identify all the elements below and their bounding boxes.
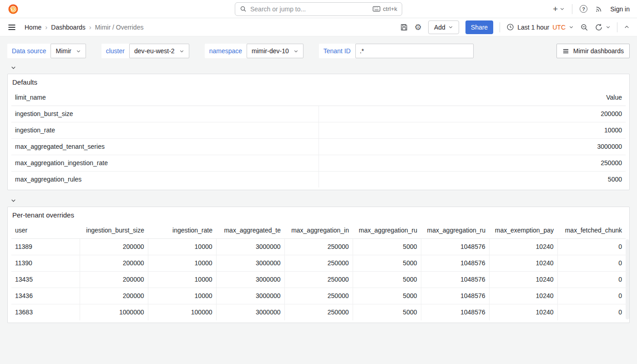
time-range-picker[interactable]: Last 1 hour UTC (506, 23, 574, 31)
share-button[interactable]: Share (465, 20, 493, 34)
column-header[interactable]: max_exemption_pay (489, 222, 557, 238)
table-cell: 13683 (11, 304, 80, 320)
row-collapse-toggle[interactable] (0, 62, 637, 73)
dashboard-variables-row: Data source Mimir cluster dev-eu-west-2 … (0, 36, 637, 58)
menu-toggle-icon[interactable] (7, 23, 16, 32)
breadcrumb-home[interactable]: Home (25, 24, 41, 31)
table-cell: 1000000 (80, 304, 148, 320)
overrides-table: useringestion_burst_sizeingestion_ratema… (11, 222, 626, 320)
dashboard-toolbar: Home › Dashboards › Mimir / Overrides ⚙ … (0, 18, 637, 36)
breadcrumb: Home › Dashboards › Mimir / Overrides (25, 23, 143, 31)
collapse-toolbar-icon[interactable] (624, 24, 630, 30)
table-cell: 0 (557, 304, 626, 320)
column-header[interactable]: ingestion_rate (148, 222, 216, 238)
table-cell: 10000 (148, 288, 216, 304)
data-source-select[interactable]: Mimir (51, 44, 86, 58)
sign-in-link[interactable]: Sign in (610, 5, 630, 13)
breadcrumb-dashboards[interactable]: Dashboards (51, 24, 86, 31)
table-row: 1368310000001000003000000250000500010485… (11, 304, 626, 320)
column-header[interactable]: max_fetched_chunk (557, 222, 626, 238)
table-cell: ingestion_burst_size (11, 106, 318, 122)
keyboard-icon (373, 6, 380, 12)
chevron-down-icon (10, 65, 16, 71)
mimir-dashboards-label: Mimir dashboards (573, 47, 624, 55)
top-navigation-bar: ctrl+k + ? Sign in (0, 0, 637, 18)
table-cell: 0 (557, 288, 626, 304)
table-cell: 10240 (489, 288, 557, 304)
table-cell: 0 (557, 238, 626, 255)
panel-title-overrides[interactable]: Per-tenant overrides (8, 207, 629, 222)
table-scrollbar[interactable] (626, 239, 629, 319)
chevron-right-icon: › (89, 23, 91, 31)
keyboard-shortcut-hint: ctrl+k (373, 5, 397, 12)
add-panel-button[interactable]: Add (428, 20, 459, 34)
refresh-controls (595, 23, 611, 31)
column-header[interactable]: max_aggregation_ru (421, 222, 489, 238)
search-input[interactable] (250, 5, 369, 13)
column-header[interactable]: ingestion_burst_size (80, 222, 148, 238)
add-new-button[interactable]: + (553, 5, 565, 13)
column-header[interactable]: max_aggregation_ru (353, 222, 421, 238)
mimir-dashboards-button[interactable]: Mimir dashboards (556, 44, 630, 58)
table-row: ingestion_rate10000 (11, 122, 626, 138)
table-cell: 10000 (318, 122, 626, 138)
table-cell: ingestion_rate (11, 122, 318, 138)
zoom-out-time-icon[interactable] (580, 23, 588, 31)
tenant-id-label: Tenant ID (319, 44, 355, 58)
table-cell: max_aggregation_ingestion_rate (11, 155, 318, 171)
column-header[interactable]: user (11, 222, 80, 238)
refresh-icon[interactable] (595, 23, 603, 31)
column-header[interactable]: Value (318, 89, 626, 106)
data-source-value: Mimir (56, 47, 71, 55)
table-cell: max_aggregation_rules (11, 171, 318, 187)
table-cell: 3000000 (318, 138, 626, 155)
table-cell: 11389 (11, 238, 80, 255)
table-cell: 10240 (489, 255, 557, 271)
cluster-label: cluster (101, 44, 129, 58)
chevron-down-icon (448, 25, 453, 30)
variable-namespace: namespace mimir-dev-10 (205, 44, 303, 58)
table-cell: 200000 (80, 288, 148, 304)
table-cell: 200000 (80, 271, 148, 288)
variable-data-source: Data source Mimir (7, 44, 86, 58)
table-cell: 10000 (148, 255, 216, 271)
table-cell: 1048576 (421, 255, 489, 271)
chevron-down-icon (10, 197, 16, 203)
table-cell: 5000 (353, 271, 421, 288)
column-header[interactable]: max_aggregated_te (216, 222, 284, 238)
table-cell: 1048576 (421, 304, 489, 320)
table-row: max_aggregated_tenant_series3000000 (11, 138, 626, 155)
table-cell: 10240 (489, 271, 557, 288)
namespace-select[interactable]: mimir-dev-10 (247, 44, 303, 58)
refresh-interval-dropdown-icon[interactable] (606, 25, 611, 30)
panel-title-defaults[interactable]: Defaults (8, 74, 629, 89)
save-dashboard-icon[interactable] (400, 23, 408, 31)
cluster-select[interactable]: dev-eu-west-2 (129, 44, 189, 58)
table-cell: 10240 (489, 238, 557, 255)
table-cell: 0 (557, 255, 626, 271)
divider (572, 4, 572, 14)
row-collapse-toggle[interactable] (0, 195, 637, 206)
chevron-down-icon (293, 49, 298, 54)
table-cell: 13436 (11, 288, 80, 304)
table-cell: 250000 (284, 271, 353, 288)
news-rss-button[interactable] (595, 5, 603, 13)
clock-icon (506, 23, 514, 31)
table-cell: 11390 (11, 255, 80, 271)
table-cell: 10000 (148, 238, 216, 255)
table-row: 1138920000010000300000025000050001048576… (11, 238, 626, 255)
help-button[interactable]: ? (580, 5, 587, 13)
search-box[interactable]: ctrl+k (235, 2, 402, 16)
divider (500, 22, 500, 32)
table-cell: 3000000 (216, 238, 284, 255)
tenant-id-input[interactable] (355, 44, 474, 58)
grafana-logo[interactable] (7, 3, 19, 15)
column-header[interactable]: limit_name (11, 89, 318, 106)
column-header[interactable]: max_aggregation_in (284, 222, 353, 238)
table-row: max_aggregation_ingestion_rate250000 (11, 155, 626, 171)
divider (617, 22, 617, 32)
dashboard-settings-icon[interactable]: ⚙ (415, 23, 422, 31)
table-cell: 5000 (318, 171, 626, 187)
table-cell: 200000 (80, 238, 148, 255)
add-panel-label: Add (434, 24, 445, 31)
